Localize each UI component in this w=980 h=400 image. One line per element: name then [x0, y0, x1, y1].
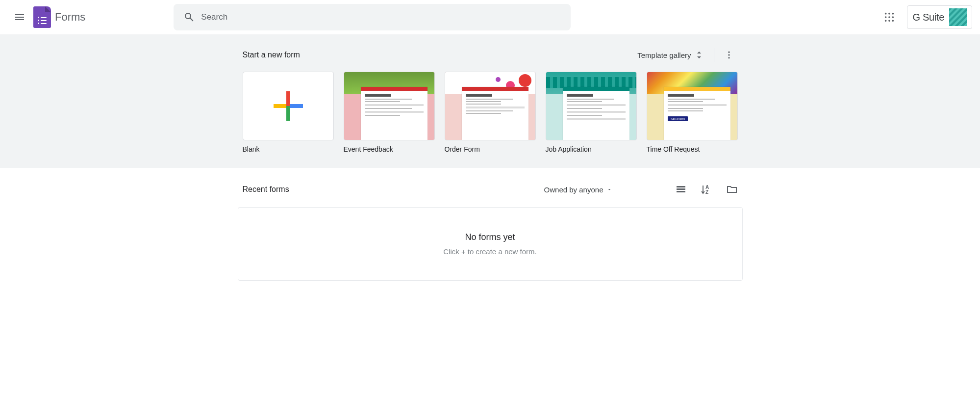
template-gallery-label: Template gallery	[637, 51, 691, 59]
gsuite-label: G Suite	[912, 12, 944, 23]
template-label: Blank	[243, 145, 334, 153]
template-label: Time Off Request	[647, 145, 738, 153]
empty-state-title: No forms yet	[465, 232, 515, 242]
start-section-title: Start a new form	[243, 51, 300, 59]
template-thumbnail	[344, 72, 435, 140]
svg-point-6	[885, 20, 887, 22]
template-gallery-button[interactable]: Template gallery	[632, 46, 707, 64]
plus-icon	[274, 91, 303, 121]
template-time-off-request[interactable]: Type of leave Time Off Request	[647, 72, 738, 153]
hamburger-icon	[14, 11, 25, 23]
template-thumbnail: Type of leave	[647, 72, 738, 140]
search-button[interactable]	[179, 7, 199, 27]
svg-point-5	[892, 16, 894, 18]
recent-forms-section: Recent forms Owned by anyone AZ	[0, 168, 980, 290]
main-menu-button[interactable]	[8, 5, 31, 29]
svg-point-10	[728, 54, 729, 55]
list-view-button[interactable]	[675, 184, 687, 195]
template-thumbnail	[243, 72, 334, 140]
forms-logo-icon	[33, 6, 51, 28]
svg-point-1	[889, 13, 891, 15]
svg-text:Z: Z	[705, 189, 708, 195]
product-name: Forms	[55, 11, 85, 24]
template-blank[interactable]: Blank	[243, 72, 334, 153]
svg-point-3	[885, 16, 887, 18]
search-bar[interactable]	[174, 4, 571, 30]
search-input[interactable]	[199, 12, 565, 22]
open-file-picker-button[interactable]	[726, 184, 738, 195]
start-new-form-section: Start a new form Template gallery	[0, 34, 980, 168]
svg-point-2	[892, 13, 894, 15]
recent-title: Recent forms	[243, 185, 289, 194]
template-job-application[interactable]: Job Application	[546, 72, 637, 153]
start-section-header: Start a new form Template gallery	[243, 43, 738, 67]
product-logo-wrap[interactable]: Forms	[33, 6, 85, 28]
svg-point-7	[889, 20, 891, 22]
template-row: Blank Event Feedback Order Form	[243, 72, 738, 153]
template-thumbnail	[445, 72, 536, 140]
gsuite-account-switcher[interactable]: G Suite	[907, 5, 972, 29]
template-order-form[interactable]: Order Form	[445, 72, 536, 153]
owned-by-label: Owned by anyone	[544, 186, 603, 194]
empty-state-subtitle: Click + to create a new form.	[443, 247, 537, 256]
recent-toolbar: AZ	[675, 184, 738, 195]
svg-point-9	[728, 52, 729, 53]
svg-point-0	[885, 13, 887, 15]
svg-point-11	[728, 57, 729, 58]
search-icon	[183, 11, 195, 23]
more-vertical-icon	[724, 50, 734, 60]
empty-state: No forms yet Click + to create a new for…	[238, 207, 743, 281]
unfold-icon	[695, 50, 703, 60]
sort-az-button[interactable]: AZ	[701, 184, 712, 195]
list-view-icon	[675, 184, 687, 195]
template-label: Job Application	[546, 145, 637, 153]
svg-point-8	[892, 20, 894, 22]
avatar	[949, 8, 967, 26]
template-event-feedback[interactable]: Event Feedback	[344, 72, 435, 153]
header: Forms G Suite	[0, 0, 980, 34]
apps-grid-icon	[884, 12, 895, 23]
dropdown-icon	[606, 187, 612, 192]
more-options-button[interactable]	[720, 46, 738, 64]
template-label: Event Feedback	[344, 145, 435, 153]
sort-az-icon: AZ	[701, 184, 712, 195]
recent-header: Recent forms Owned by anyone AZ	[243, 177, 738, 202]
owned-by-dropdown[interactable]: Owned by anyone	[540, 182, 616, 198]
divider	[714, 48, 714, 62]
template-label: Order Form	[445, 145, 536, 153]
google-apps-button[interactable]	[879, 7, 899, 27]
start-section-actions: Template gallery	[632, 46, 737, 64]
header-right: G Suite	[879, 5, 972, 29]
template-thumbnail	[546, 72, 637, 140]
folder-icon	[726, 184, 738, 195]
svg-point-4	[889, 16, 891, 18]
